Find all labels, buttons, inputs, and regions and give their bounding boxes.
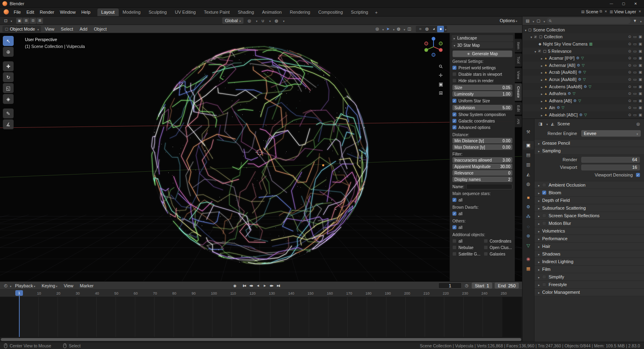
add-menu[interactable]: Add bbox=[77, 27, 91, 31]
name-input[interactable] bbox=[466, 184, 512, 189]
gizmos-icon[interactable]: ➤ bbox=[384, 26, 391, 32]
workspace-tab[interactable]: Shading bbox=[234, 8, 258, 16]
editor-type-icon[interactable]: ◨ bbox=[538, 122, 543, 126]
filter-icon[interactable]: ▼ bbox=[632, 19, 638, 23]
disclosure-triangle-icon[interactable] bbox=[541, 98, 543, 103]
panel-checkbox[interactable] bbox=[542, 183, 546, 187]
sidebar-tab[interactable]: Tool bbox=[515, 53, 522, 66]
material-tab[interactable]: ◉ bbox=[523, 255, 534, 263]
close-button[interactable]: ✕ bbox=[630, 0, 642, 8]
world-tab[interactable]: ◍ bbox=[523, 180, 534, 188]
disable-render-icon[interactable]: ▣ bbox=[638, 85, 642, 89]
outliner-star-row[interactable]: ▲ Adhara [AB] ⚙ ▽ ⊙ ▭ ▣ bbox=[522, 97, 644, 104]
properties-panel-header[interactable]: Volumetrics bbox=[535, 227, 644, 235]
outliner-row-camera[interactable]: ◆ Night Sky View Camera ▥ ⊙ ▭ ▣ bbox=[522, 40, 644, 48]
display-names-field[interactable]: Display names2 bbox=[452, 177, 512, 182]
workspace-tab[interactable]: Layout bbox=[97, 8, 119, 16]
additional-object-checkbox[interactable]: Open Clus... bbox=[483, 244, 514, 251]
disable-viewport-icon[interactable]: ▭ bbox=[633, 35, 637, 39]
additional-object-checkbox[interactable]: all bbox=[452, 238, 482, 244]
timeline-ruler[interactable]: 1 10 20 30 40 50 60 bbox=[0, 290, 522, 297]
annotate-tool-button[interactable]: ✎ bbox=[3, 108, 14, 118]
navigation-gizmo[interactable] bbox=[422, 35, 445, 58]
select-intersect-icon[interactable]: ⊠ bbox=[37, 18, 43, 24]
workspace-tab[interactable]: Compositing bbox=[314, 8, 347, 16]
disable-render-icon[interactable]: ▣ bbox=[638, 113, 642, 117]
hide-viewport-eye-icon[interactable]: ⊙ bbox=[628, 35, 631, 39]
texture-tab[interactable]: ▦ bbox=[523, 264, 534, 273]
view-layer-tab[interactable]: ▥ bbox=[523, 160, 534, 169]
scale-tool-button[interactable]: ◱ bbox=[3, 83, 14, 93]
properties-panel-header[interactable]: Bloom bbox=[535, 189, 644, 197]
display-mode-dropdown[interactable] bbox=[543, 19, 545, 23]
editor-type-icon[interactable]: ▤ bbox=[525, 19, 530, 23]
object-tab[interactable]: ■ bbox=[523, 193, 534, 202]
disclosure-triangle-icon[interactable] bbox=[541, 63, 543, 68]
snap-magnet-icon[interactable]: ∪ bbox=[261, 19, 265, 23]
edit-menu[interactable]: Edit bbox=[24, 8, 37, 16]
disable-viewport-icon[interactable]: ▭ bbox=[633, 63, 637, 67]
view-menu[interactable]: View bbox=[42, 27, 57, 31]
disable-viewport-icon[interactable]: ▭ bbox=[633, 85, 637, 89]
measure-tool-button[interactable]: ∡ bbox=[3, 119, 14, 129]
outliner-row-collection[interactable]: ▢ Collection ⊙ ▭ ▣ bbox=[522, 33, 644, 41]
hide-stars-render-checkbox[interactable]: Hide stars in render bbox=[452, 77, 513, 84]
properties-panel-header[interactable]: Film bbox=[535, 266, 644, 273]
outliner-star-row[interactable]: ▲ Acamar [θ¹θ²] ⚙ ▽ ⊙ ▭ ▣ bbox=[522, 54, 644, 62]
disable-viewport-icon[interactable]: ▭ bbox=[633, 42, 637, 46]
workspace-tab[interactable]: UV Editing bbox=[171, 8, 200, 16]
outliner-star-row[interactable]: ▲ Acubens [AaAbB] ⚙ ▽ ⊙ ▭ ▣ bbox=[522, 83, 644, 90]
scene-selector[interactable]: Scene bbox=[586, 9, 598, 14]
hide-viewport-eye-icon[interactable]: ⊙ bbox=[628, 42, 631, 46]
pin-icon[interactable]: ◎ bbox=[636, 122, 641, 126]
constraints-tab[interactable]: ⊛ bbox=[523, 232, 534, 240]
tool-tab[interactable]: ⚒ bbox=[523, 128, 534, 136]
viewport-denoising-checkbox[interactable] bbox=[636, 173, 640, 177]
window-menu[interactable]: Window bbox=[57, 8, 78, 16]
properties-panel-header[interactable]: Grease Pencil bbox=[535, 139, 644, 147]
disclosure-triangle-icon[interactable] bbox=[535, 49, 536, 54]
jump-to-end-button[interactable]: ▶▮ bbox=[275, 283, 281, 289]
disable-render-icon[interactable]: ▣ bbox=[638, 49, 642, 53]
disclosure-triangle-icon[interactable] bbox=[525, 27, 526, 32]
properties-panel-header[interactable]: Simplify bbox=[535, 273, 644, 281]
additional-object-checkbox[interactable]: Satellite G... bbox=[452, 251, 482, 257]
ortho-perspective-icon[interactable]: ⊞ bbox=[439, 90, 443, 96]
properties-panel-header[interactable]: Performance bbox=[535, 235, 644, 243]
select-menu[interactable]: Select bbox=[58, 27, 76, 31]
preset-world-checkbox[interactable]: Preset world settings bbox=[452, 64, 513, 71]
outliner-star-row[interactable]: ▲ Ain ⚙ ▽ ⊙ ▭ ▣ bbox=[522, 104, 644, 112]
cursor-tool-button[interactable]: ⊕ bbox=[3, 47, 14, 57]
outliner-row-relevance-collection[interactable]: ▢ 5 Relevance ⊙ ▭ ▣ bbox=[522, 48, 644, 55]
outliner-star-row[interactable]: ▲ Acrab [AaAbB] ⚙ ▽ ⊙ ▭ ▣ bbox=[522, 69, 644, 76]
zoom-icon[interactable]: ⚲ bbox=[438, 63, 444, 70]
jump-to-start-button[interactable]: ▮◀ bbox=[241, 283, 247, 289]
view-layer-selector[interactable]: View Layer bbox=[614, 9, 636, 14]
galactic-coordinates-checkbox[interactable]: Galactic coordinates bbox=[452, 118, 513, 124]
disable-viewport-icon[interactable]: ▭ bbox=[633, 113, 637, 117]
delete-scene-icon[interactable]: ✕ bbox=[603, 10, 609, 13]
display-mode-icon[interactable]: ▢ bbox=[536, 19, 541, 23]
proportional-dropdown[interactable] bbox=[282, 18, 285, 23]
hide-viewport-eye-icon[interactable]: ⊙ bbox=[628, 99, 631, 103]
panel-checkbox[interactable] bbox=[542, 275, 546, 279]
next-keyframe-button[interactable]: ◆▶ bbox=[268, 283, 275, 289]
hide-viewport-eye-icon[interactable]: ⊙ bbox=[628, 63, 631, 67]
start-frame-field[interactable]: Start1 bbox=[472, 283, 492, 289]
outliner-star-row[interactable]: ▲ Acrux [AaAbB] ⚙ ▽ ⊙ ▭ ▣ bbox=[522, 76, 644, 83]
collection-checkbox[interactable] bbox=[534, 35, 537, 39]
editor-type-dropdown[interactable] bbox=[532, 19, 534, 23]
active-tool-dropdown[interactable] bbox=[10, 18, 12, 23]
object-data-tab[interactable]: ▽ bbox=[523, 241, 534, 250]
properties-panel-header[interactable]: Depth of Field bbox=[535, 197, 644, 204]
workspace-tab[interactable]: Modeling bbox=[119, 8, 145, 16]
disclosure-triangle-icon[interactable] bbox=[541, 56, 543, 60]
hide-viewport-eye-icon[interactable]: ⊙ bbox=[628, 113, 631, 117]
object-visibility-icon[interactable]: ◎ bbox=[374, 26, 381, 32]
pan-icon[interactable]: ✛ bbox=[439, 73, 443, 78]
disable-viewport-icon[interactable]: ▭ bbox=[633, 99, 637, 103]
prev-keyframe-button[interactable]: ◀◆ bbox=[248, 283, 254, 289]
playback-menu[interactable]: Playback bbox=[12, 283, 38, 288]
disable-render-icon[interactable]: ▣ bbox=[638, 106, 642, 110]
disable-render-icon[interactable]: ▣ bbox=[638, 91, 642, 96]
